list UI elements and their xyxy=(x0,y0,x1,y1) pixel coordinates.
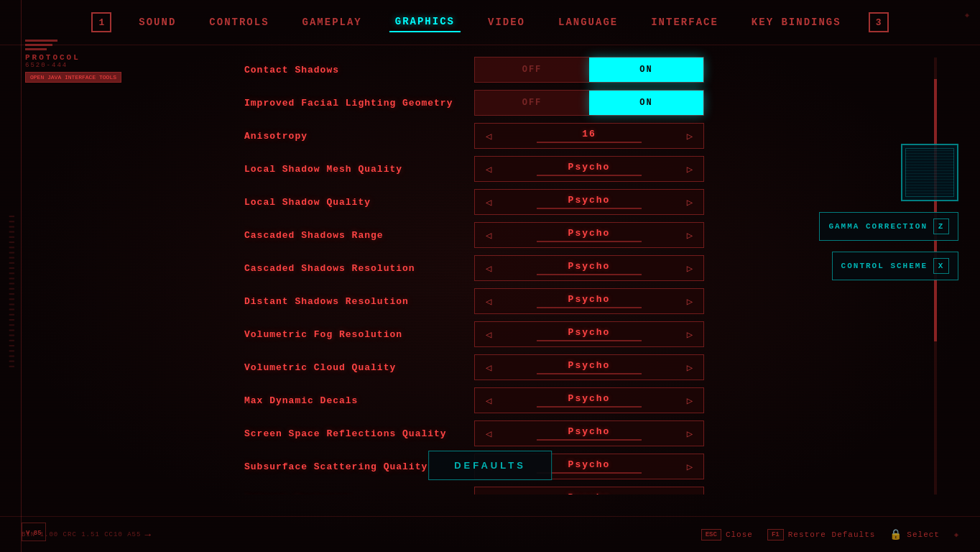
restore-defaults-action[interactable]: F1 Restore Defaults xyxy=(767,529,875,540)
slider-local-shadow-mesh[interactable]: ◁ Psycho ▷ xyxy=(474,156,704,182)
bottom-left: BIN 1.00 CRC 1.51 CC10 A55 → xyxy=(22,529,151,540)
slider-cascaded-shadows-res[interactable]: ◁ Psycho ▷ xyxy=(474,255,704,281)
slider-volumetric-fog[interactable]: ◁ Psycho ▷ xyxy=(474,321,704,347)
logo-area: PROTOCOL 6520-444 OPEN JAVA INTERFACE TO… xyxy=(25,40,121,83)
slider-bar-local-shadow-quality xyxy=(537,208,641,209)
arrow-left-volumetric-cloud[interactable]: ◁ xyxy=(475,355,502,380)
slider-value-area-anisotropy: 16 xyxy=(502,129,676,143)
slider-value-subsurface-scattering: Psycho xyxy=(568,459,611,470)
bottom-right: ESC Close F1 Restore Defaults 🔒 Select ◈ xyxy=(701,528,958,540)
slider-bar-subsurface-scattering xyxy=(537,472,641,474)
select-action[interactable]: 🔒 Select xyxy=(889,528,940,540)
slider-local-shadow-quality[interactable]: ◁ Psycho ▷ xyxy=(474,189,704,215)
setting-label-contact-shadows: Contact Shadows xyxy=(244,65,474,75)
logo-line-3 xyxy=(25,48,47,50)
nav-number-1[interactable]: 1 xyxy=(91,12,111,32)
logo-sub-text: 6520-444 xyxy=(25,62,121,69)
arrow-right-cascaded-shadows-res[interactable]: ▷ xyxy=(676,256,703,280)
logo-badge: OPEN JAVA INTERFACE TOOLS xyxy=(25,72,121,83)
restore-key: F1 xyxy=(767,529,784,540)
setting-facial-lighting: Improved Facial Lighting Geometry OFF ON xyxy=(244,89,908,116)
top-navigation: 1 SOUND CONTROLS GAMEPLAY GRAPHICS VIDEO… xyxy=(0,0,980,45)
arrow-left-ambient-occlusion[interactable]: ◁ xyxy=(475,487,502,494)
setting-ssr-quality: Screen Space Reflections Quality ◁ Psych… xyxy=(244,420,908,447)
nav-graphics[interactable]: GRAPHICS xyxy=(389,12,461,32)
nav-controls[interactable]: CONTROLS xyxy=(203,13,274,32)
nav-keybindings[interactable]: KEY BINDINGS xyxy=(746,13,847,32)
arrow-left-max-dynamic-decals[interactable]: ◁ xyxy=(475,388,502,413)
slider-anisotropy[interactable]: ◁ 16 ▷ xyxy=(474,123,704,149)
arrow-left-local-shadow-quality[interactable]: ◁ xyxy=(475,190,502,214)
arrow-right-max-dynamic-decals[interactable]: ▷ xyxy=(676,388,703,413)
left-decoration: ▌▌▌▌▌▌▌▌▌▌▌▌▌▌▌▌▌▌▌▌▌▌▌▌▌▌▌▌▌▌ xyxy=(9,216,14,371)
toggle-facial-lighting[interactable]: OFF ON xyxy=(474,90,704,116)
arrow-left-ssr-quality[interactable]: ◁ xyxy=(475,421,502,446)
slider-value-area-ambient-occlusion: Psycho xyxy=(502,492,676,494)
toggle-on-facial-lighting[interactable]: ON xyxy=(589,91,703,115)
setting-label-ambient-occlusion: Ambient Occlusion xyxy=(244,494,474,495)
gamma-correction-label: GAMMA CORRECTION xyxy=(828,222,928,231)
slider-cascaded-shadows-range[interactable]: ◁ Psycho ▷ xyxy=(474,222,704,248)
nav-video[interactable]: VIDEO xyxy=(482,13,531,32)
gamma-correction-key: Z xyxy=(933,218,949,234)
nav-number-1-label: 1 xyxy=(98,17,104,28)
arrow-left-cascaded-shadows-res[interactable]: ◁ xyxy=(475,256,502,280)
nav-gameplay[interactable]: GAMEPLAY xyxy=(297,13,368,32)
arrow-left-volumetric-fog[interactable]: ◁ xyxy=(475,322,502,346)
toggle-on-contact-shadows[interactable]: ON xyxy=(589,58,703,82)
toggle-off-contact-shadows[interactable]: OFF xyxy=(475,58,589,82)
slider-bar-anisotropy xyxy=(537,142,641,143)
slider-distant-shadows-res[interactable]: ◁ Psycho ▷ xyxy=(474,288,704,314)
arrow-right-volumetric-fog[interactable]: ▷ xyxy=(676,322,703,346)
nav-language[interactable]: LANGUAGE xyxy=(553,13,624,32)
toggle-contact-shadows[interactable]: OFF ON xyxy=(474,57,704,83)
arrow-right-anisotropy[interactable]: ▷ xyxy=(676,124,703,148)
nav-sound[interactable]: SOUND xyxy=(133,13,182,32)
nav-number-3[interactable]: 3 xyxy=(869,12,889,32)
slider-value-max-dynamic-decals: Psycho xyxy=(568,393,611,404)
slider-ambient-occlusion[interactable]: ◁ Psycho ▷ xyxy=(474,487,704,494)
slider-value-local-shadow-quality: Psycho xyxy=(568,195,611,206)
slider-volumetric-cloud[interactable]: ◁ Psycho ▷ xyxy=(474,354,704,380)
nav-controls-label: CONTROLS xyxy=(209,17,269,28)
arrow-right-volumetric-cloud[interactable]: ▷ xyxy=(676,355,703,380)
defaults-button[interactable]: DEFAULTS xyxy=(428,451,552,480)
close-action[interactable]: ESC Close xyxy=(701,529,753,540)
arrow-left-distant-shadows-res[interactable]: ◁ xyxy=(475,289,502,313)
slider-bar-cascaded-shadows-range xyxy=(537,241,641,242)
arrow-right-distant-shadows-res[interactable]: ▷ xyxy=(676,289,703,313)
settings-list: Contact Shadows OFF ON Improved Facial L… xyxy=(244,45,908,494)
setting-ambient-occlusion: Ambient Occlusion ◁ Psycho ▷ xyxy=(244,486,908,494)
slider-value-ssr-quality: Psycho xyxy=(568,426,611,437)
slider-value-ambient-occlusion: Psycho xyxy=(568,492,611,494)
arrow-right-ssr-quality[interactable]: ▷ xyxy=(676,421,703,446)
arrow-right-local-shadow-mesh[interactable]: ▷ xyxy=(676,157,703,181)
nav-interface[interactable]: INTERFACE xyxy=(645,13,724,32)
setting-label-volumetric-fog: Volumetric Fog Resolution xyxy=(244,329,474,340)
gamma-correction-button[interactable]: GAMMA CORRECTION Z xyxy=(819,212,958,241)
setting-cascaded-shadows-range: Cascaded Shadows Range ◁ Psycho ▷ xyxy=(244,221,908,249)
slider-value-area-volumetric-fog: Psycho xyxy=(502,327,676,341)
arrow-right-cascaded-shadows-range[interactable]: ▷ xyxy=(676,223,703,247)
setting-subsurface-scattering: Subsurface Scattering Quality ◁ Psycho ▷ xyxy=(244,453,908,480)
control-scheme-button[interactable]: CONTROL SCHEME X xyxy=(832,252,958,280)
arrow-left-anisotropy[interactable]: ◁ xyxy=(475,124,502,148)
slider-value-local-shadow-mesh: Psycho xyxy=(568,162,611,172)
slider-value-area-ssr-quality: Psycho xyxy=(502,426,676,441)
slider-ssr-quality[interactable]: ◁ Psycho ▷ xyxy=(474,420,704,446)
slider-value-volumetric-fog: Psycho xyxy=(568,327,611,338)
close-label: Close xyxy=(726,530,753,539)
slider-max-dynamic-decals[interactable]: ◁ Psycho ▷ xyxy=(474,387,704,413)
setting-volumetric-fog: Volumetric Fog Resolution ◁ Psycho ▷ xyxy=(244,321,908,348)
arrow-right-subsurface-scattering[interactable]: ▷ xyxy=(676,454,703,479)
arrow-right-local-shadow-quality[interactable]: ▷ xyxy=(676,190,703,214)
setting-label-cascaded-shadows-res: Cascaded Shadows Resolution xyxy=(244,263,474,274)
toggle-off-facial-lighting[interactable]: OFF xyxy=(475,91,589,115)
arrow-left-cascaded-shadows-range[interactable]: ◁ xyxy=(475,223,502,247)
arrow-right-ambient-occlusion[interactable]: ▷ xyxy=(676,487,703,494)
slider-value-cascaded-shadows-range: Psycho xyxy=(568,228,611,239)
bottom-arrow-icon: → xyxy=(144,529,150,540)
slider-bar-volumetric-cloud xyxy=(537,373,641,374)
panel-preview-image xyxy=(901,144,958,201)
arrow-left-local-shadow-mesh[interactable]: ◁ xyxy=(475,157,502,181)
